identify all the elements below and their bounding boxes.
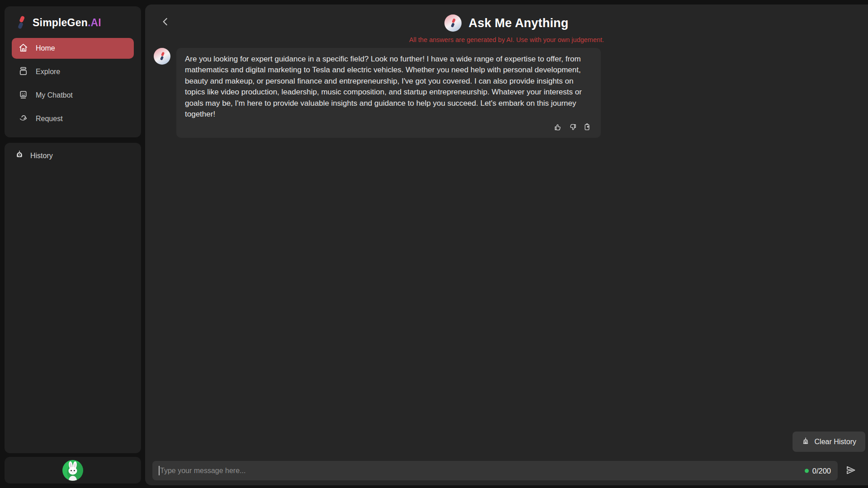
rabbit-mascot-icon — [62, 460, 83, 481]
char-counter: 0/200 — [805, 466, 831, 475]
sidebar-item-request[interactable]: Request — [12, 108, 134, 129]
counter-dot — [805, 469, 809, 473]
sidebar-item-explore[interactable]: Explore — [12, 61, 134, 82]
send-icon — [845, 465, 856, 477]
send-button[interactable] — [840, 461, 860, 480]
copy-icon[interactable] — [583, 123, 591, 131]
broom-icon — [802, 437, 810, 447]
chat-header: Ask Me Anything — [145, 13, 868, 33]
message-input[interactable] — [152, 461, 838, 480]
sidebar-item-history[interactable]: History — [5, 143, 141, 162]
sidebar-item-home[interactable]: Home — [12, 38, 134, 59]
clear-history-label: Clear History — [815, 438, 856, 446]
logo-bolt-icon — [16, 15, 26, 30]
home-icon — [18, 42, 28, 55]
thumbs-down-icon[interactable] — [568, 123, 577, 131]
chat-panel: Ask Me Anything All the answers are gene… — [145, 5, 868, 485]
sidebar-nav-card: SimpleGen.AI Home Explore — [5, 6, 141, 137]
counter-text: 0/200 — [812, 466, 831, 475]
page-title: Ask Me Anything — [468, 16, 568, 30]
app-window: SimpleGen.AI Home Explore — [0, 0, 868, 488]
explore-icon — [18, 66, 28, 78]
sidebar-history-card: History — [5, 143, 141, 453]
user-avatar[interactable] — [62, 460, 83, 481]
message-text: Are you looking for expert guidance in a… — [185, 54, 592, 120]
message-bot-avatar — [154, 48, 170, 65]
history-robot-icon — [14, 150, 24, 162]
brand-name-accent: .AI — [88, 17, 101, 28]
chat-message: Are you looking for expert guidance in a… — [154, 48, 601, 138]
composer: 0/200 — [152, 461, 860, 480]
sidebar-item-my-chatbot[interactable]: My Chatbot — [12, 85, 134, 106]
brand-name-main: SimpleGen — [33, 17, 88, 28]
thumbs-up-icon[interactable] — [554, 123, 562, 131]
sidebar-item-label: Request — [36, 115, 63, 123]
message-actions — [185, 120, 592, 134]
sidebar-item-label: My Chatbot — [36, 91, 73, 99]
bot-avatar — [444, 14, 462, 32]
sidebar-footer — [5, 457, 141, 483]
history-label: History — [30, 152, 53, 160]
sidebar-item-label: Explore — [36, 68, 60, 76]
chatbot-icon — [18, 89, 28, 102]
clear-history-button[interactable]: Clear History — [793, 432, 865, 452]
message-input-wrap: 0/200 — [152, 461, 838, 480]
message-bubble: Are you looking for expert guidance in a… — [176, 48, 601, 138]
brand-name: SimpleGen.AI — [33, 17, 101, 29]
request-icon — [18, 113, 28, 125]
sidebar-item-label: Home — [36, 44, 55, 52]
brand-logo[interactable]: SimpleGen.AI — [5, 6, 141, 35]
ai-disclaimer: All the answers are generated by AI. Use… — [145, 36, 868, 43]
text-caret — [159, 466, 160, 475]
